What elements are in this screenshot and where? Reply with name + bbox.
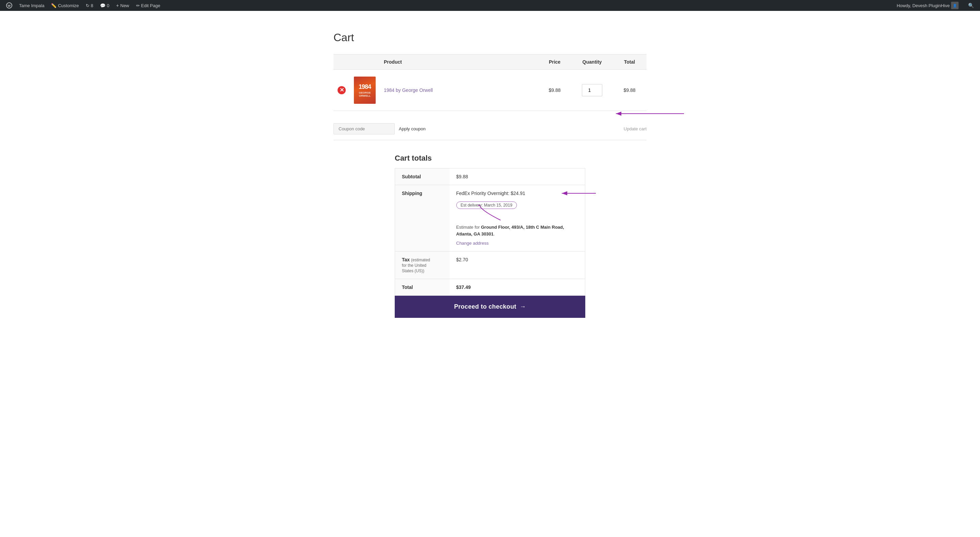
apply-coupon-button[interactable]: Apply coupon [399,126,426,131]
subtotal-row: Subtotal $9.88 [395,169,585,185]
change-address-link[interactable]: Change address [456,241,579,246]
book-year-text: 1984 [359,83,371,91]
cart-table: Product Price Quantity Total ✕ [334,54,646,111]
checkout-button-wrapper: Proceed to checkout → [395,296,585,318]
edit-icon: ✏ [136,3,140,8]
col-header-product: Product [380,54,538,70]
book-author-text: GEORGEORWELL [359,91,371,97]
tax-label: Tax (estimatedfor the UnitedStates (US)) [395,252,450,279]
total-row: Total $37.49 [395,279,585,296]
product-quantity-cell [572,70,612,111]
col-header-quantity: Quantity [572,54,612,70]
cart-totals-table: Subtotal $9.88 Shipping FedEx Priority O… [395,168,585,296]
adminbar-wp-logo[interactable]: W [3,0,16,11]
update-cart-button[interactable]: Update cart [624,124,646,134]
plus-icon: + [116,3,119,8]
proceed-to-checkout-button[interactable]: Proceed to checkout → [395,296,585,318]
adminbar-search[interactable]: 🔍 [965,0,977,11]
product-thumbnail: 1984 GEORGEORWELL [354,76,375,104]
shipping-row: Shipping FedEx Priority Overnight: $24.9… [395,185,585,252]
remove-cell: ✕ [334,70,350,111]
shipping-details: FedEx Priority Overnight: $24.91 [450,185,585,252]
cart-totals-section: Cart totals Subtotal $9.88 Shipping FedE… [334,154,646,318]
quantity-input[interactable] [582,84,602,96]
product-image-cell: 1984 GEORGEORWELL [350,70,380,111]
table-row: ✕ 1984 GEORGEORWELL 1984 by George Orwel… [334,70,646,111]
shipping-method: FedEx Priority Overnight: $24.91 [456,191,525,196]
subtotal-value: $9.88 [450,169,585,185]
col-header-remove [334,54,350,70]
tax-value: $2.70 [450,252,585,279]
est-delivery-badge: Est delivery: March 15, 2019 [456,201,517,209]
svg-text:W: W [8,4,11,8]
col-header-price: Price [538,54,572,70]
cart-section: Product Price Quantity Total ✕ [334,54,646,111]
coupon-area: Apply coupon [334,123,426,134]
revisions-icon: ↻ [86,3,89,8]
shipping-address: Estimate for Ground Floor, 493/A, 18th C… [456,224,579,237]
product-name-cell: 1984 by George Orwell [380,70,538,111]
comment-icon: 💬 [100,3,105,8]
coupon-input[interactable] [334,123,395,134]
checkout-arrow-icon: → [520,303,526,310]
cart-totals-title: Cart totals [395,154,585,163]
adminbar-new[interactable]: + New [113,0,132,11]
product-total-cell: $9.88 [612,70,646,111]
adminbar-customize[interactable]: ✏️ Customize [48,0,82,11]
shipping-label: Shipping [395,185,450,252]
product-price: $9.88 [549,88,560,93]
col-header-image [350,54,380,70]
remove-icon: ✕ [337,86,346,94]
product-total: $9.88 [624,88,635,93]
adminbar-site-name[interactable]: Tame Impala [16,0,48,11]
shipping-arrow-annotation [558,190,599,197]
adminbar-edit-page[interactable]: ✏ Edit Page [133,0,164,11]
tax-row: Tax (estimatedfor the UnitedStates (US))… [395,252,585,279]
page-title: Cart [334,31,646,44]
pencil-icon: ✏️ [51,3,56,8]
product-link[interactable]: 1984 by George Orwell [384,88,433,93]
adminbar-comments[interactable]: 💬 0 [97,0,113,11]
admin-bar: W Tame Impala ✏️ Customize ↻ 8 💬 0 + New… [0,0,980,11]
total-value: $37.49 [450,279,585,296]
cart-actions: Apply coupon Update cart [334,118,646,140]
total-label: Total [395,279,450,296]
remove-item-button[interactable]: ✕ [337,86,346,94]
subtotal-label: Subtotal [395,169,450,185]
adminbar-user-info[interactable]: Howdy, Devesh PluginHive 👤 [893,0,962,11]
search-icon: 🔍 [968,3,974,8]
wp-logo-icon: W [6,2,12,8]
product-price-cell: $9.88 [538,70,572,111]
user-avatar: 👤 [951,2,959,9]
col-header-total: Total [612,54,646,70]
adminbar-revisions[interactable]: ↻ 8 [82,0,97,11]
